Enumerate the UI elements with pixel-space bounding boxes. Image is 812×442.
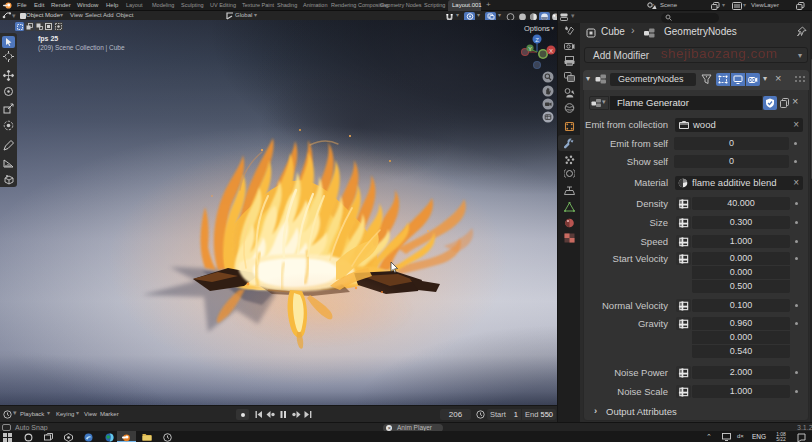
svg-text:Z: Z	[535, 37, 539, 43]
svg-text:Y: Y	[528, 46, 532, 52]
svg-text:X: X	[549, 48, 553, 54]
